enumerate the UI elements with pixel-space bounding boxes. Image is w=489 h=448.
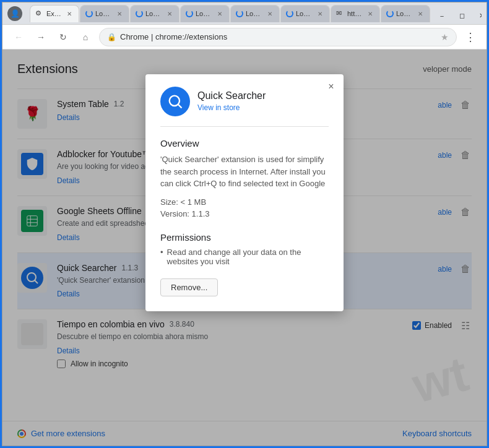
extensions-favicon: ⚙ xyxy=(35,9,44,18)
modal-permission-text: Read and change all your data on the web… xyxy=(167,248,329,266)
modal-remove-button[interactable]: Remove... xyxy=(160,278,218,296)
tab-close-8[interactable]: ✕ xyxy=(416,9,425,18)
svg-point-6 xyxy=(170,96,180,106)
modal-size: Size: < 1 MB xyxy=(160,197,329,207)
tab-4[interactable]: Loadi... ✕ xyxy=(180,5,230,22)
omnibox[interactable]: 🔒 Chrome | chrome://extensions ★ xyxy=(99,28,457,46)
tab-close-3[interactable]: ✕ xyxy=(165,9,174,18)
tab-extensions[interactable]: ⚙ Exten... ✕ xyxy=(30,5,79,22)
window-controls: 👤 xyxy=(7,6,22,21)
modal-close-button[interactable]: × xyxy=(324,79,339,94)
modal-description: 'Quick Searcher' extansion is used for s… xyxy=(160,153,329,190)
browser-label: Chrome xyxy=(120,32,149,41)
restore-button[interactable]: ◻ xyxy=(453,10,470,22)
tab-label-3: Loadi... xyxy=(145,10,163,17)
profile-icon[interactable]: 👤 xyxy=(7,6,22,21)
tab-label-2: Loadi... xyxy=(95,10,113,17)
home-button[interactable]: ⌂ xyxy=(77,28,94,46)
modal-header: Quick Searcher View in store xyxy=(160,87,329,116)
back-button[interactable]: ← xyxy=(10,28,27,46)
loading-favicon-2 xyxy=(85,10,93,17)
loading-favicon-4 xyxy=(186,10,193,17)
address-bar: ← → ↻ ⌂ 🔒 Chrome | chrome://extensions ★… xyxy=(2,25,487,50)
address-url: chrome://extensions xyxy=(155,32,227,41)
modal-permissions-title: Permissions xyxy=(160,232,329,243)
tab-label-4: Loadi... xyxy=(196,10,213,17)
address-separator: | xyxy=(151,32,155,41)
page-content: wt Extensions veloper mode 🌹 System Tabl… xyxy=(2,50,487,446)
tab-close-2[interactable]: ✕ xyxy=(115,9,124,18)
tab-close-7[interactable]: ✕ xyxy=(366,9,374,18)
bookmark-star-icon[interactable]: ★ xyxy=(441,32,449,42)
modal-view-store-link[interactable]: View in store xyxy=(197,103,240,112)
tab-5[interactable]: Loadi... ✕ xyxy=(230,5,280,22)
tab-label-5: Loadi... xyxy=(246,10,263,17)
tab-3[interactable]: Loadi... ✕ xyxy=(130,5,180,22)
browser-window: 👤 ⚙ Exten... ✕ Loadi... ✕ Loadi... ✕ xyxy=(2,2,487,446)
modal-ext-header-text: Quick Searcher View in store xyxy=(197,90,266,113)
tab-label-6: Loadi... xyxy=(296,10,313,17)
chrome-menu-button[interactable]: ⋮ xyxy=(462,28,479,46)
tabs-bar: ⚙ Exten... ✕ Loadi... ✕ Loadi... ✕ Loadi… xyxy=(30,5,482,22)
modal-ext-icon xyxy=(160,87,190,116)
tab-close-4[interactable]: ✕ xyxy=(215,9,224,18)
tab-close[interactable]: ✕ xyxy=(65,9,74,18)
gmail-favicon: ✉ xyxy=(336,9,345,18)
minimize-button[interactable]: − xyxy=(433,10,451,22)
tab-label-8: Loadi... xyxy=(396,10,413,17)
modal-overview-title: Overview xyxy=(160,138,329,149)
loading-favicon-5 xyxy=(236,10,243,17)
forward-button[interactable]: → xyxy=(32,28,50,46)
tab-label-7: https:... xyxy=(347,10,363,17)
modal-permission-item: • Read and change all your data on the w… xyxy=(160,248,329,266)
tab-close-6[interactable]: ✕ xyxy=(316,9,324,18)
tab-close-5[interactable]: ✕ xyxy=(266,9,274,18)
tab-gmail[interactable]: ✉ https:... ✕ xyxy=(331,5,380,22)
bullet-icon: • xyxy=(160,248,163,257)
loading-favicon-8 xyxy=(386,10,394,17)
svg-line-7 xyxy=(178,105,182,108)
modal-version: Version: 1.1.3 xyxy=(160,209,329,218)
title-bar: 👤 ⚙ Exten... ✕ Loadi... ✕ Loadi... ✕ xyxy=(2,2,487,25)
close-button[interactable]: ✕ xyxy=(473,10,482,22)
lock-icon: 🔒 xyxy=(107,33,116,41)
tab-2[interactable]: Loadi... ✕ xyxy=(80,5,129,22)
tab-6[interactable]: Loadi... ✕ xyxy=(280,5,330,22)
tab-8[interactable]: Loadi... ✕ xyxy=(381,5,430,22)
modal-ext-name: Quick Searcher xyxy=(197,90,266,101)
tab-label: Exten... xyxy=(46,10,63,17)
reload-button[interactable]: ↻ xyxy=(54,28,72,46)
loading-favicon-3 xyxy=(136,10,143,17)
modal-separator-1 xyxy=(160,126,329,127)
modal-dialog: × Quick Searcher View in store Overview … xyxy=(145,74,344,311)
address-text: Chrome | chrome://extensions xyxy=(120,32,437,41)
loading-favicon-6 xyxy=(286,10,293,17)
modal-overlay[interactable]: × Quick Searcher View in store Overview … xyxy=(2,50,487,446)
